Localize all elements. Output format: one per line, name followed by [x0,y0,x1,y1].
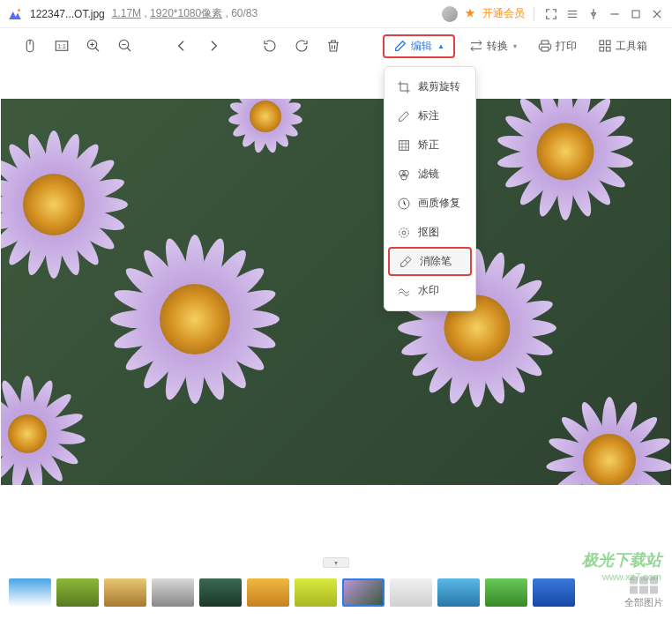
watermark-icon [397,284,411,298]
svg-rect-1 [632,11,639,18]
dropdown-item-eraser[interactable]: 消除笔 [388,247,472,276]
svg-point-14 [403,170,409,176]
main-image[interactable] [1,99,671,485]
thumbnail[interactable] [247,578,289,607]
mouse-icon[interactable] [18,34,42,58]
dropdown-label: 矫正 [418,138,439,153]
annotate-icon [397,109,411,123]
all-images-label: 全部图片 [624,597,663,608]
svg-point-17 [399,227,409,237]
toolbar: 1:1 编辑 ▲ 转换 ▾ 打印 工具箱 [0,28,672,63]
eraser-icon [399,255,413,269]
dropdown-item-crop[interactable]: 裁剪旋转 [385,72,475,101]
separator [534,7,534,21]
minimize-icon[interactable] [607,6,623,22]
print-label: 打印 [556,39,577,54]
edit-label: 编辑 [411,39,432,54]
vip-icon [463,7,477,21]
thumbnail-selected[interactable] [342,578,385,607]
chevron-down-icon: ▾ [513,42,517,50]
dropdown-item-filter[interactable]: 滤镜 [385,160,475,189]
thumbnail[interactable] [295,578,337,607]
dropdown-label: 标注 [418,108,439,123]
convert-button[interactable]: 转换 ▾ [462,35,524,57]
dropdown-item-correct[interactable]: 矫正 [385,131,475,160]
actual-size-icon[interactable]: 1:1 [49,34,74,58]
zoom-out-icon[interactable] [113,34,138,58]
dropdown-label: 消除笔 [420,254,452,269]
dropdown-item-annotate[interactable]: 标注 [385,101,475,131]
file-info: 1.17M , 1920*1080像素 , 60/83 [112,6,258,21]
toolbox-button[interactable]: 工具箱 [591,35,654,57]
file-name: 122347...OT.jpg [30,8,105,20]
zoom-in-icon[interactable] [81,34,106,58]
thumbnail[interactable] [533,578,575,607]
grid-icon [630,577,658,594]
svg-point-15 [401,174,407,180]
print-icon [538,39,552,53]
thumbnail[interactable] [104,578,146,607]
thumbnail[interactable] [485,578,527,607]
collapse-thumbbar-icon[interactable]: ▾ [323,557,349,568]
convert-label: 转换 [487,39,508,54]
delete-icon[interactable] [321,34,346,58]
svg-point-18 [402,231,406,235]
cutout-icon [397,226,411,240]
vip-link[interactable]: 开通会员 [482,6,525,21]
dropdown-item-cutout[interactable]: 抠图 [385,218,475,247]
title-bar: 122347...OT.jpg 1.17M , 1920*1080像素 , 60… [0,0,672,28]
svg-rect-10 [600,47,604,51]
thumbnail[interactable] [390,578,432,607]
dropdown-label: 水印 [418,283,439,298]
toolbox-label: 工具箱 [616,39,647,54]
dropdown-label: 画质修复 [418,196,460,211]
correct-icon [397,138,411,153]
file-position: 60/83 [231,7,258,19]
svg-rect-11 [606,47,610,51]
thumbnail[interactable] [56,578,99,607]
image-viewer [0,99,672,575]
thumbnail-bar: ▾ 全部图片 [0,566,672,619]
chevron-up-icon: ▲ [437,42,444,50]
dropdown-item-watermark[interactable]: 水印 [385,276,475,305]
prev-icon[interactable] [169,34,194,58]
fullscreen-icon[interactable] [543,6,559,22]
dropdown-label: 滤镜 [418,167,439,182]
app-logo-icon [7,6,23,22]
thumbnail[interactable] [9,578,51,607]
filter-icon [397,168,411,182]
dropdown-label: 裁剪旋转 [418,79,460,94]
svg-text:1:1: 1:1 [57,43,66,49]
dropdown-item-restore[interactable]: 画质修复 [385,189,475,218]
all-images-button[interactable]: 全部图片 [624,577,663,609]
convert-icon [469,39,483,53]
svg-rect-9 [606,41,610,45]
svg-rect-8 [600,41,604,45]
crop-icon [397,80,411,94]
avatar-icon[interactable] [442,6,458,22]
thumbnail[interactable] [152,578,194,607]
next-icon[interactable] [201,34,226,58]
dropdown-label: 抠图 [418,225,439,240]
file-size[interactable]: 1.17M [112,7,141,19]
maximize-icon[interactable] [628,6,644,22]
toolbox-icon [598,39,612,53]
thumbnail[interactable] [437,578,480,607]
file-dimensions[interactable]: 1920*1080像素 [150,7,222,19]
pin-icon[interactable] [586,6,601,22]
svg-point-0 [18,9,20,11]
rotate-right-icon[interactable] [289,34,314,58]
svg-rect-12 [399,140,409,150]
edit-icon [393,39,407,53]
edit-button[interactable]: 编辑 ▲ [383,34,455,58]
edit-dropdown: 裁剪旋转 标注 矫正 滤镜 画质修复 抠图 消除笔 水印 [384,66,476,311]
restore-icon [397,197,411,211]
print-button[interactable]: 打印 [531,35,584,57]
rotate-left-icon[interactable] [258,34,282,58]
thumbnail[interactable] [199,578,242,607]
menu-icon[interactable] [564,6,580,22]
close-icon[interactable] [649,6,665,22]
